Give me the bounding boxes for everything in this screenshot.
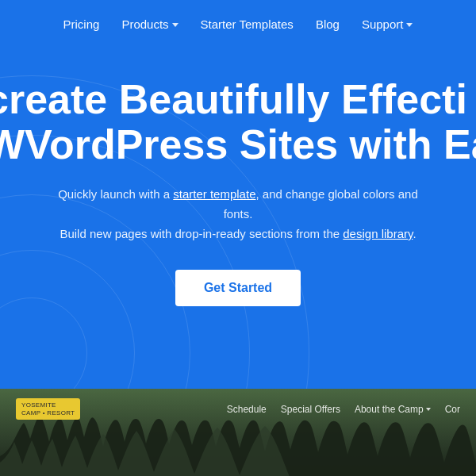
preview-nav: YOSEMITE Camp • Resort Schedule Special … xyxy=(0,389,476,429)
nav-blog[interactable]: Blog xyxy=(316,17,340,31)
hero-headline: create Beautifully Effecti WVordPress Si… xyxy=(0,77,476,167)
hero-section: Pricing Products Starter Templates Blog … xyxy=(0,0,476,389)
preview-nav-schedule[interactable]: Schedule xyxy=(227,404,267,415)
hero-subtext: Quickly launch with a starter template, … xyxy=(0,185,476,244)
headline-line1: create Beautifully Effecti xyxy=(0,77,476,122)
products-chevron-icon xyxy=(172,23,178,27)
headline-line2: WVordPress Sites with Eas xyxy=(0,122,476,167)
support-chevron-icon xyxy=(406,23,413,27)
hero-content: create Beautifully Effecti WVordPress Si… xyxy=(0,45,476,306)
preview-nav-more[interactable]: Cor xyxy=(445,404,460,415)
preview-nav-about[interactable]: About the Camp xyxy=(355,404,431,415)
main-nav: Pricing Products Starter Templates Blog … xyxy=(0,0,476,45)
preview-strip: YOSEMITE Camp • Resort Schedule Special … xyxy=(0,389,476,476)
preview-nav-links: Schedule Special Offers About the Camp C… xyxy=(227,404,460,415)
nav-pricing[interactable]: Pricing xyxy=(63,17,100,31)
design-library-link[interactable]: design library xyxy=(343,227,413,240)
hero-cta: Get Started xyxy=(0,270,476,306)
preview-nav-special-offers[interactable]: Special Offers xyxy=(281,404,340,415)
about-chevron-icon xyxy=(426,408,431,411)
nav-starter-templates[interactable]: Starter Templates xyxy=(201,17,294,31)
get-started-button[interactable]: Get Started xyxy=(175,270,301,306)
nav-products[interactable]: Products xyxy=(121,17,178,31)
nav-support[interactable]: Support xyxy=(362,17,413,31)
preview-logo: YOSEMITE Camp • Resort xyxy=(16,398,80,420)
starter-template-link[interactable]: starter template xyxy=(173,187,255,201)
